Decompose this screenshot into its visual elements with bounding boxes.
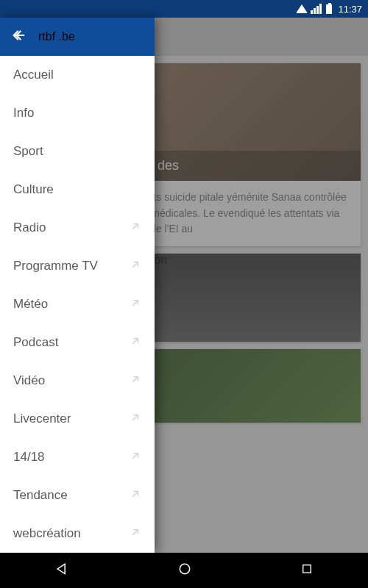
- drawer-item[interactable]: Radio: [0, 209, 155, 247]
- drawer-item[interactable]: Vidéo: [0, 362, 155, 400]
- status-bar: 11:37: [0, 0, 368, 18]
- brand-badge: .be: [59, 30, 75, 43]
- nav-recent-icon[interactable]: [283, 556, 331, 584]
- nav-drawer: rtbf .be AccueilInfoSportCultureRadioPro…: [0, 18, 155, 553]
- drawer-item-label: Info: [13, 106, 34, 121]
- drawer-item-label: webcréation: [13, 526, 81, 541]
- nav-home-icon[interactable]: [160, 556, 210, 585]
- battery-icon: [326, 4, 332, 14]
- external-link-icon: [130, 259, 141, 274]
- external-link-icon: [130, 373, 141, 389]
- drawer-item-label: Programme TV: [13, 259, 98, 273]
- drawer-item[interactable]: Livecenter: [0, 400, 155, 438]
- signal-icon: [311, 4, 322, 14]
- external-link-icon: [130, 412, 141, 427]
- nav-back-icon[interactable]: [37, 556, 87, 585]
- external-link-icon: [130, 220, 141, 236]
- drawer-item-label: Livecenter: [13, 412, 71, 426]
- drawer-item[interactable]: Météo: [0, 285, 155, 323]
- drawer-item[interactable]: Tendance: [0, 476, 155, 514]
- drawer-item[interactable]: Accueil: [0, 56, 155, 94]
- drawer-item-label: Tendance: [13, 488, 68, 503]
- back-arrow-icon[interactable]: [10, 27, 26, 46]
- drawer-header: rtbf .be: [0, 18, 155, 56]
- svg-rect-2: [303, 565, 311, 573]
- wifi-icon: [296, 4, 308, 13]
- external-link-icon: [130, 297, 141, 312]
- external-link-icon: [130, 335, 141, 351]
- drawer-item[interactable]: Info: [0, 94, 155, 132]
- external-link-icon: [130, 526, 141, 542]
- drawer-item-label: Accueil: [13, 68, 54, 82]
- drawer-item-label: Sport: [13, 144, 43, 159]
- status-time: 11:37: [338, 4, 362, 15]
- svg-point-1: [180, 564, 189, 573]
- drawer-item-label: Radio: [13, 220, 46, 235]
- drawer-item-label: Météo: [13, 297, 48, 312]
- drawer-item[interactable]: Culture: [0, 171, 155, 209]
- drawer-item-label: Culture: [13, 182, 54, 197]
- external-link-icon: [130, 488, 141, 503]
- drawer-item-label: 14/18: [13, 450, 45, 465]
- brand-text: rtbf: [38, 30, 55, 43]
- drawer-item[interactable]: Sport: [0, 132, 155, 171]
- drawer-item[interactable]: webcréation: [0, 514, 155, 553]
- brand-logo: rtbf .be: [38, 30, 75, 43]
- external-link-icon: [130, 450, 141, 465]
- drawer-items: AccueilInfoSportCultureRadioProgramme TV…: [0, 56, 155, 553]
- drawer-item[interactable]: Podcast: [0, 323, 155, 362]
- system-navbar: [0, 553, 368, 588]
- drawer-item-label: Podcast: [13, 335, 58, 350]
- drawer-item[interactable]: 14/18: [0, 438, 155, 476]
- drawer-item[interactable]: Programme TV: [0, 247, 155, 285]
- drawer-item-label: Vidéo: [13, 373, 45, 388]
